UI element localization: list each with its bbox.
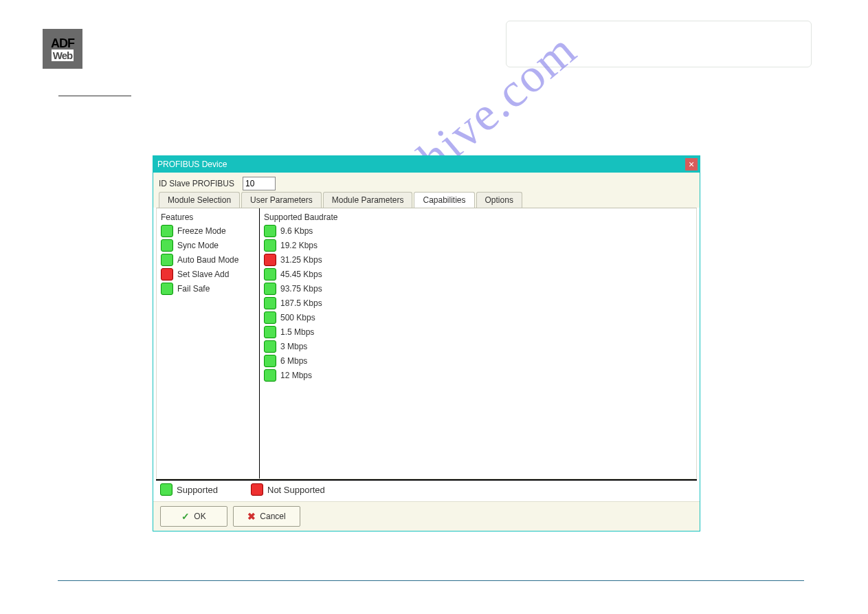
- baudrate-item: 6 Mbps: [264, 355, 692, 367]
- baudrate-item: 19.2 Kbps: [264, 239, 692, 252]
- features-heading: Features: [161, 212, 255, 222]
- supported-icon: [264, 369, 276, 382]
- not-supported-icon: [264, 254, 276, 266]
- tab-module-selection[interactable]: Module Selection: [159, 192, 240, 208]
- id-slave-input[interactable]: [243, 177, 276, 190]
- id-slave-label: ID Slave PROFIBUS: [159, 179, 234, 188]
- supported-icon: [264, 239, 276, 252]
- supported-icon: [264, 340, 276, 353]
- baudrate-item: 9.6 Kbps: [264, 225, 692, 237]
- baudrate-item: 187.5 Kbps: [264, 297, 692, 309]
- section-underline: [58, 96, 131, 96]
- header-info-box: [506, 21, 812, 67]
- footer-rule: [58, 580, 804, 581]
- legend-not-supported-icon: [251, 483, 263, 496]
- feature-label: Auto Baud Mode: [177, 255, 238, 265]
- logo-badge: ADF Web: [43, 29, 82, 69]
- feature-label: Fail Safe: [177, 284, 210, 294]
- feature-item: Sync Mode: [161, 239, 255, 252]
- baudrate-label: 1.5 Mbps: [280, 327, 314, 337]
- tab-capabilities[interactable]: Capabilities: [414, 192, 474, 208]
- supported-icon: [161, 283, 173, 295]
- profibus-device-dialog: PROFIBUS Device × ID Slave PROFIBUS Modu…: [153, 155, 700, 531]
- feature-label: Sync Mode: [177, 241, 219, 250]
- baudrate-item: 45.45 Kbps: [264, 268, 692, 281]
- baudrate-item: 31.25 Kbps: [264, 254, 692, 266]
- supported-icon: [161, 225, 173, 237]
- baudrate-item: 3 Mbps: [264, 340, 692, 353]
- legend-supported-icon: [160, 483, 173, 496]
- ok-button[interactable]: OK: [160, 506, 227, 527]
- tab-user-parameters[interactable]: User Parameters: [241, 192, 322, 208]
- legend-not-supported-label: Not Supported: [267, 485, 325, 495]
- supported-icon: [264, 355, 276, 367]
- dialog-title: PROFIBUS Device: [157, 160, 227, 169]
- baudrate-heading: Supported Baudrate: [264, 212, 692, 222]
- feature-item: Set Slave Add: [161, 268, 255, 281]
- supported-icon: [264, 283, 276, 295]
- supported-icon: [264, 297, 276, 309]
- supported-icon: [264, 326, 276, 338]
- cross-icon: [247, 511, 256, 522]
- baudrate-item: 12 Mbps: [264, 369, 692, 382]
- supported-icon: [161, 254, 173, 266]
- feature-item: Auto Baud Mode: [161, 254, 255, 266]
- baudrate-label: 31.25 Kbps: [280, 255, 322, 265]
- tab-module-parameters[interactable]: Module Parameters: [323, 192, 413, 208]
- feature-item: Fail Safe: [161, 283, 255, 295]
- logo-top: ADF: [51, 36, 74, 51]
- baudrate-label: 93.75 Kbps: [280, 284, 322, 294]
- feature-label: Set Slave Add: [177, 270, 229, 279]
- baudrate-label: 6 Mbps: [280, 356, 307, 366]
- logo-bottom: Web: [52, 50, 74, 61]
- check-icon: [181, 511, 190, 522]
- cancel-button-label: Cancel: [260, 512, 285, 521]
- supported-icon: [161, 239, 173, 252]
- baudrate-label: 500 Kbps: [280, 313, 315, 322]
- ok-button-label: OK: [194, 512, 205, 521]
- baudrate-label: 12 Mbps: [280, 371, 312, 380]
- dialog-titlebar: PROFIBUS Device ×: [153, 156, 700, 173]
- legend-supported-label: Supported: [177, 485, 218, 495]
- baudrate-item: 500 Kbps: [264, 311, 692, 324]
- baudrate-item: 93.75 Kbps: [264, 283, 692, 295]
- close-icon[interactable]: ×: [685, 158, 698, 171]
- baudrate-label: 19.2 Kbps: [280, 241, 318, 250]
- feature-label: Freeze Mode: [177, 226, 226, 236]
- baudrate-label: 3 Mbps: [280, 342, 307, 351]
- baudrate-label: 45.45 Kbps: [280, 270, 322, 279]
- feature-item: Freeze Mode: [161, 225, 255, 237]
- supported-icon: [264, 311, 276, 324]
- baudrate-label: 9.6 Kbps: [280, 226, 313, 236]
- not-supported-icon: [161, 268, 173, 281]
- supported-icon: [264, 225, 276, 237]
- tab-options[interactable]: Options: [476, 192, 522, 208]
- baudrate-label: 187.5 Kbps: [280, 298, 322, 308]
- tab-strip: Module SelectionUser ParametersModule Pa…: [153, 190, 700, 208]
- baudrate-item: 1.5 Mbps: [264, 326, 692, 338]
- cancel-button[interactable]: Cancel: [233, 506, 300, 527]
- supported-icon: [264, 268, 276, 281]
- legend: Supported Not Supported: [156, 479, 697, 498]
